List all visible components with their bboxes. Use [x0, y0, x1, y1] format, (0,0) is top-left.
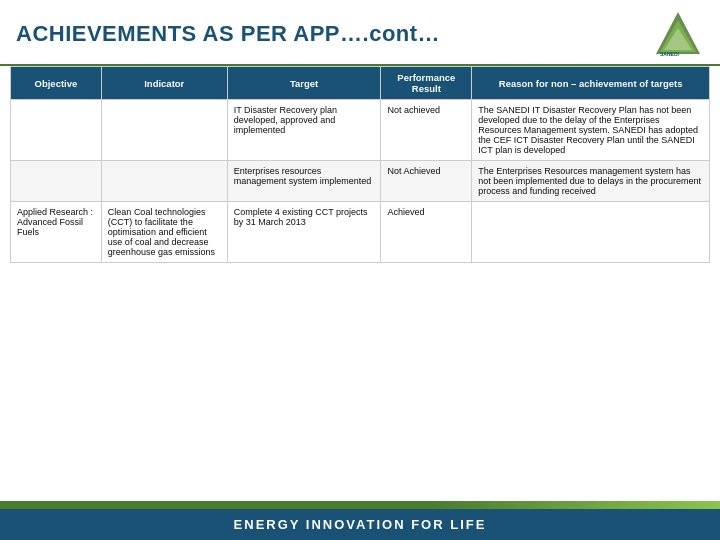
page-header: ACHIEVEMENTS AS PER APP….cont… SANEDI: [0, 0, 720, 66]
col-header-reason: Reason for non – achievement of targets: [472, 67, 710, 100]
cell-performance: Achieved: [381, 202, 472, 263]
page-wrapper: ACHIEVEMENTS AS PER APP….cont… SANEDI Ob…: [0, 0, 720, 540]
cell-target: Complete 4 existing CCT projects by 31 M…: [227, 202, 381, 263]
table-row: Enterprises resources management system …: [11, 161, 710, 202]
footer-green-bar: [0, 501, 720, 509]
cell-indicator: Clean Coal technologies (CCT) to facilit…: [101, 202, 227, 263]
footer-label: ENERGY INNOVATION FOR LIFE: [234, 517, 487, 532]
page-title: ACHIEVEMENTS AS PER APP….cont…: [16, 21, 440, 47]
cell-indicator: [101, 161, 227, 202]
cell-performance: Not Achieved: [381, 161, 472, 202]
col-header-performance: Performance Result: [381, 67, 472, 100]
cell-objective: [11, 161, 102, 202]
col-header-objective: Objective: [11, 67, 102, 100]
cell-indicator: [101, 100, 227, 161]
cell-reason: The SANEDI IT Disaster Recovery Plan has…: [472, 100, 710, 161]
cell-objective: [11, 100, 102, 161]
col-header-indicator: Indicator: [101, 67, 227, 100]
sanedi-logo: SANEDI: [652, 10, 704, 58]
table-row: Applied Research : Advanced Fossil Fuels…: [11, 202, 710, 263]
achievements-table: Objective Indicator Target Performance R…: [10, 66, 710, 263]
main-content: Objective Indicator Target Performance R…: [0, 66, 720, 501]
cell-reason: [472, 202, 710, 263]
cell-target: Enterprises resources management system …: [227, 161, 381, 202]
cell-reason: The Enterprises Resources management sys…: [472, 161, 710, 202]
cell-performance: Not achieved: [381, 100, 472, 161]
table-row: IT Disaster Recovery plan developed, app…: [11, 100, 710, 161]
cell-objective: Applied Research : Advanced Fossil Fuels: [11, 202, 102, 263]
cell-target: IT Disaster Recovery plan developed, app…: [227, 100, 381, 161]
footer: ENERGY INNOVATION FOR LIFE: [0, 509, 720, 540]
col-header-target: Target: [227, 67, 381, 100]
svg-text:SANEDI: SANEDI: [660, 51, 680, 57]
table-header-row: Objective Indicator Target Performance R…: [11, 67, 710, 100]
